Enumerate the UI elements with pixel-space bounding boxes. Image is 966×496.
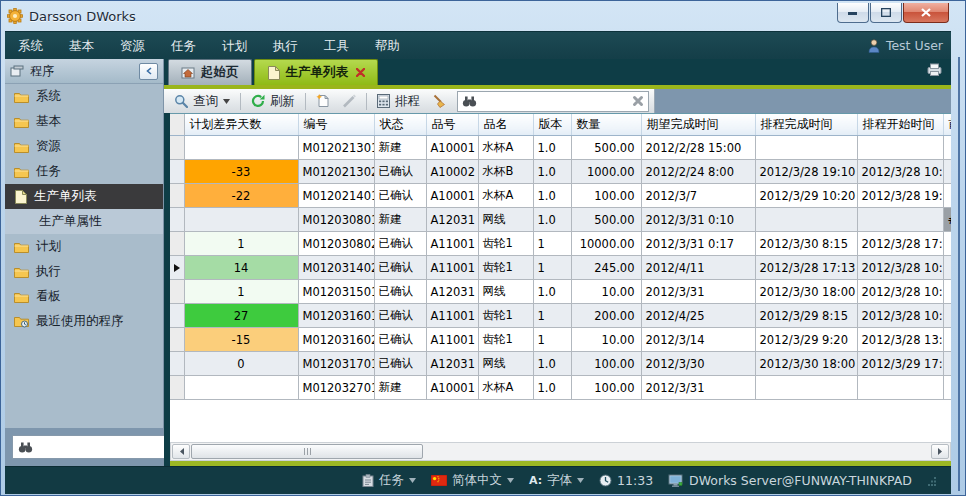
cell-end[interactable]: 2012/3/29 8:15	[755, 304, 857, 328]
cell-name[interactable]: 齿轮1	[478, 256, 533, 280]
cell-start[interactable]	[857, 208, 943, 232]
menu-item[interactable]: 计划	[209, 32, 260, 59]
table-row[interactable]: 1M012030802已确认A11001齿轮1110000.002012/3/3…	[170, 232, 951, 256]
cell-pn[interactable]: A11001	[426, 232, 478, 256]
cell-diff[interactable]: 14	[184, 256, 298, 280]
cell-name[interactable]: 水杯A	[478, 376, 533, 400]
cell-qty[interactable]: 1000.00	[571, 160, 641, 184]
toolbar-button-new-document-icon[interactable]	[311, 91, 335, 111]
cell-end[interactable]: 2012/3/30 18:00	[755, 280, 857, 304]
cell-ver[interactable]: 1.0	[533, 160, 571, 184]
sidebar-item[interactable]: 最近使用的程序	[5, 309, 163, 334]
toolbar-button-refresh-icon[interactable]: 刷新	[246, 91, 300, 111]
toolbar-button-pencil-icon[interactable]	[337, 91, 361, 111]
cell-extra[interactable]	[943, 256, 951, 280]
toolbar-button-search-icon[interactable]: 查询	[169, 91, 235, 111]
cell-start[interactable]: 2012/3/28 10:52	[857, 280, 943, 304]
cell-extra[interactable]	[943, 304, 951, 328]
cell-extra[interactable]	[943, 280, 951, 304]
cell-name[interactable]: 水杯B	[478, 160, 533, 184]
cell-due[interactable]: 2012/3/7	[641, 184, 755, 208]
cell-qty[interactable]: 10.00	[571, 280, 641, 304]
column-header-due[interactable]: 期望完成时间	[641, 114, 755, 136]
cell-qty[interactable]: 10.00	[571, 328, 641, 352]
cell-end[interactable]: 2012/3/29 9:20	[755, 328, 857, 352]
cell-diff[interactable]: 27	[184, 304, 298, 328]
table-row[interactable]: -22M012021401已确认A10001水杯A1.0100.002012/3…	[170, 184, 951, 208]
cell-ver[interactable]: 1	[533, 304, 571, 328]
cell-start[interactable]: 2012/3/29 17:46	[857, 352, 943, 376]
cell-pn[interactable]: A11001	[426, 328, 478, 352]
table-row[interactable]: 1M012031501已确认A12031网线1.010.002012/3/312…	[170, 280, 951, 304]
cell-diff[interactable]: -22	[184, 184, 298, 208]
cell-end[interactable]	[755, 208, 857, 232]
cell-no[interactable]: M012021401	[298, 184, 374, 208]
cell-pn[interactable]: A10002	[426, 160, 478, 184]
sidebar-item[interactable]: 执行	[5, 259, 163, 284]
cell-extra[interactable]	[943, 160, 951, 184]
cell-ver[interactable]: 1.0	[533, 376, 571, 400]
table-row[interactable]: M012030801新建A12031网线1.0500.002012/3/31 0…	[170, 208, 951, 232]
cell-end[interactable]: 2012/3/30 18:00	[755, 352, 857, 376]
cell-name[interactable]: 网线	[478, 208, 533, 232]
toolbar-search-input[interactable]	[481, 93, 628, 109]
table-row[interactable]: -33M012021302已确认A10002水杯B1.01000.002012/…	[170, 160, 951, 184]
cell-due[interactable]: 2012/4/25	[641, 304, 755, 328]
cell-qty[interactable]: 100.00	[571, 352, 641, 376]
cell-no[interactable]: M012031701	[298, 352, 374, 376]
cell-ver[interactable]: 1	[533, 232, 571, 256]
cell-status[interactable]: 新建	[374, 136, 426, 160]
menu-item[interactable]: 基本	[56, 32, 107, 59]
tab-close-icon[interactable]	[356, 68, 365, 77]
cell-ver[interactable]: 1	[533, 256, 571, 280]
row-selector[interactable]	[170, 328, 184, 352]
table-row[interactable]: 0M012031701已确认A12031网线1.0100.002012/3/30…	[170, 352, 951, 376]
scroll-right-button[interactable]	[931, 444, 949, 459]
status-item-china-flag-icon[interactable]: 简体中文	[431, 472, 514, 489]
cell-qty[interactable]: 10000.00	[571, 232, 641, 256]
cell-diff[interactable]	[184, 136, 298, 160]
cell-qty[interactable]: 500.00	[571, 208, 641, 232]
cell-due[interactable]: 2012/3/31 0:17	[641, 232, 755, 256]
cell-end[interactable]: 2012/3/28 19:10	[755, 160, 857, 184]
cell-due[interactable]: 2012/2/24 8:00	[641, 160, 755, 184]
cell-status[interactable]: 已确认	[374, 352, 426, 376]
menu-item[interactable]: 帮助	[362, 32, 413, 59]
cell-end[interactable]	[755, 136, 857, 160]
cell-start[interactable]	[857, 376, 943, 400]
table-row[interactable]: M012032701新建A10001水杯A1.0100.002012/3/31	[170, 376, 951, 400]
cell-ver[interactable]: 1	[533, 328, 571, 352]
cell-status[interactable]: 已确认	[374, 232, 426, 256]
menu-item[interactable]: 工具	[311, 32, 362, 59]
cell-due[interactable]: 2012/3/31 0:10	[641, 208, 755, 232]
cell-name[interactable]: 齿轮1	[478, 328, 533, 352]
table-row[interactable]: 14M012031402已确认A11001齿轮11245.002012/4/11…	[170, 256, 951, 280]
cell-pn[interactable]: A10001	[426, 184, 478, 208]
cell-start[interactable]	[857, 136, 943, 160]
cell-no[interactable]: M012030802	[298, 232, 374, 256]
status-item-font-icon[interactable]: A:字体	[529, 472, 584, 489]
cell-name[interactable]: 齿轮1	[478, 304, 533, 328]
cell-status[interactable]: 已确认	[374, 280, 426, 304]
cell-start[interactable]: 2012/3/28 10:52	[857, 256, 943, 280]
minimize-button[interactable]	[837, 3, 869, 23]
column-header-end[interactable]: 排程完成时间	[755, 114, 857, 136]
cell-end[interactable]: 2012/3/28 17:13	[755, 256, 857, 280]
table-row[interactable]: -15M012031602已确认A11001齿轮1110.002012/3/14…	[170, 328, 951, 352]
sidebar-item[interactable]: 看板	[5, 284, 163, 309]
cell-start[interactable]: 2012/3/28 10:52	[857, 304, 943, 328]
row-selector[interactable]	[170, 376, 184, 400]
cell-status[interactable]: 已确认	[374, 304, 426, 328]
clear-icon[interactable]	[632, 95, 644, 107]
cell-status[interactable]: 新建	[374, 208, 426, 232]
sidebar-item[interactable]: 资源	[5, 134, 163, 159]
cell-ver[interactable]: 1.0	[533, 352, 571, 376]
column-header-extra[interactable]: 前	[943, 114, 951, 136]
cell-no[interactable]: M012031602	[298, 328, 374, 352]
cell-name[interactable]: 水杯A	[478, 136, 533, 160]
sidebar-item[interactable]: 基本	[5, 109, 163, 134]
cell-diff[interactable]: 1	[184, 280, 298, 304]
resize-grip-icon[interactable]	[927, 476, 937, 486]
cell-extra[interactable]: #	[943, 208, 951, 232]
cell-no[interactable]: M012031601	[298, 304, 374, 328]
